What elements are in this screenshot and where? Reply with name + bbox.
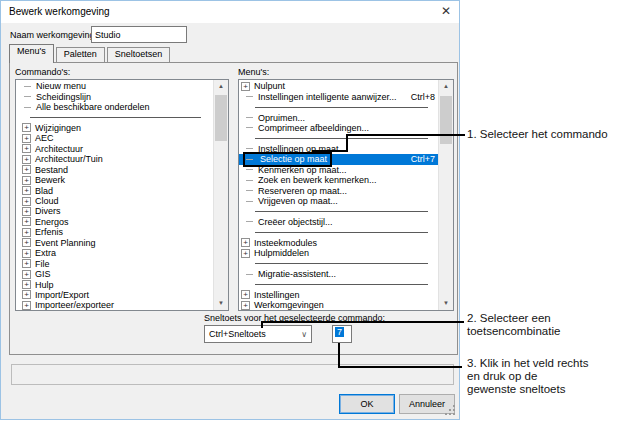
shortcut-type-dropdown[interactable]: Ctrl+Sneltoets ∨ xyxy=(204,325,312,343)
separator-line xyxy=(255,138,428,139)
menu-item[interactable]: Reserveren op maat... xyxy=(239,185,438,195)
command-item[interactable]: Nieuw menu xyxy=(16,81,213,91)
scroll-up-icon[interactable]: ▲ xyxy=(214,80,228,93)
menu-item[interactable]: Migratie-assistent... xyxy=(239,269,438,279)
expand-plus-icon[interactable]: + xyxy=(22,186,31,195)
command-item[interactable]: +Import/Export xyxy=(16,290,213,300)
menu-item[interactable]: +Insteekmodules xyxy=(239,238,438,248)
annotation-line-3 xyxy=(338,366,462,368)
expand-plus-icon[interactable]: + xyxy=(22,249,31,258)
menus-scrollbar[interactable]: ▲ ▼ xyxy=(438,80,453,310)
command-item[interactable]: +Architectuur/Tuin xyxy=(16,154,213,164)
annotation-step-1: 1. Selecteer het commando xyxy=(467,128,608,141)
expand-plus-icon[interactable]: + xyxy=(22,270,31,279)
menus-listbox[interactable]: +NulpuntInstellingen intelligente aanwij… xyxy=(238,79,454,311)
menu-item[interactable]: Creëer objectstijl... xyxy=(239,217,438,227)
item-label: AEC xyxy=(35,133,54,143)
expand-plus-icon[interactable]: + xyxy=(22,228,31,237)
tree-branch-icon xyxy=(246,148,253,149)
expand-plus-icon[interactable]: + xyxy=(22,290,31,299)
menu-item[interactable]: Selectie op maatCtrl+7 xyxy=(239,154,438,164)
scrollbar-thumb[interactable] xyxy=(215,95,227,141)
command-item[interactable]: +Erfenis xyxy=(16,227,213,237)
menu-item[interactable]: Instellingen intelligente aanwijzer...Ct… xyxy=(239,91,438,101)
expand-plus-icon[interactable]: + xyxy=(22,259,31,268)
expand-plus-icon[interactable]: + xyxy=(22,144,31,153)
menu-item[interactable]: Vrijgeven op maat... xyxy=(239,196,438,206)
expand-plus-icon[interactable]: + xyxy=(241,82,250,91)
annotation-line-1 xyxy=(346,134,465,136)
command-item[interactable]: +AEC xyxy=(16,133,213,143)
scroll-down-icon[interactable]: ▼ xyxy=(439,297,453,310)
commands-rows: Nieuw menuScheidingslijnAlle beschikbare… xyxy=(16,80,213,310)
command-item[interactable]: +File xyxy=(16,258,213,268)
close-icon[interactable]: ✕ xyxy=(441,4,451,18)
menu-item[interactable]: Opruimen... xyxy=(239,112,438,122)
command-item[interactable]: +Divers xyxy=(16,206,213,216)
item-label: Energos xyxy=(35,217,69,227)
shortcut-type-value: Ctrl+Sneltoets xyxy=(209,329,266,339)
item-label: Reserveren op maat... xyxy=(258,186,347,196)
expand-plus-icon[interactable]: + xyxy=(22,176,31,185)
item-label: Nulpunt xyxy=(254,81,285,91)
name-werkomgeving-input[interactable] xyxy=(91,26,187,43)
expand-plus-icon[interactable]: + xyxy=(241,290,250,299)
item-label: Divers xyxy=(35,206,61,216)
command-item[interactable]: +Architectuur xyxy=(16,144,213,154)
command-item[interactable]: +Blad xyxy=(16,185,213,195)
menu-item[interactable]: +Hulpmiddelen xyxy=(239,248,438,258)
commands-listbox[interactable]: Nieuw menuScheidingslijnAlle beschikbare… xyxy=(15,79,229,311)
scroll-down-icon[interactable]: ▼ xyxy=(214,297,228,310)
command-item[interactable]: +Extra xyxy=(16,248,213,258)
command-item[interactable]: +Bewerk xyxy=(16,175,213,185)
cancel-button[interactable]: Annuleer xyxy=(399,394,455,414)
tab-menus[interactable]: Menu's xyxy=(9,44,54,63)
menu-item[interactable]: Zoek en bewerk kenmerken... xyxy=(239,175,438,185)
tree-branch-icon xyxy=(246,221,253,222)
expand-plus-icon[interactable]: + xyxy=(22,165,31,174)
expand-plus-icon[interactable]: + xyxy=(22,197,31,206)
expand-plus-icon[interactable]: + xyxy=(22,207,31,216)
expand-plus-icon[interactable]: + xyxy=(241,238,250,247)
expand-plus-icon[interactable]: + xyxy=(22,134,31,143)
title-bar[interactable]: Bewerk werkomgeving ✕ xyxy=(1,1,459,23)
command-item[interactable]: +Event Planning xyxy=(16,238,213,248)
expand-plus-icon[interactable]: + xyxy=(22,238,31,247)
ok-button[interactable]: OK xyxy=(339,394,395,414)
commands-scrollbar[interactable]: ▲ ▼ xyxy=(213,80,228,310)
expand-plus-icon[interactable]: + xyxy=(22,155,31,164)
menu-item[interactable]: +Nulpunt xyxy=(239,81,438,91)
item-label: Alle beschikbare onderdelen xyxy=(36,102,150,112)
command-item[interactable]: +Bestand xyxy=(16,165,213,175)
item-label: Bestand xyxy=(35,165,68,175)
expand-plus-icon[interactable]: + xyxy=(22,280,31,289)
expand-plus-icon[interactable]: + xyxy=(22,123,31,132)
menu-item[interactable]: Comprimeer afbeeldingen... xyxy=(239,123,438,133)
dialog-bewerk-werkomgeving: Bewerk werkomgeving ✕ Naam werkomgeving:… xyxy=(0,0,460,420)
command-item[interactable]: Scheidingslijn xyxy=(16,91,213,101)
selected-command-callout-box: Selectie op maat xyxy=(243,152,332,167)
command-item[interactable]: +Energos xyxy=(16,217,213,227)
menu-item[interactable]: +Instellingen xyxy=(239,290,438,300)
item-label: Erfenis xyxy=(35,227,63,237)
expand-plus-icon[interactable]: + xyxy=(241,249,250,258)
menu-item[interactable]: +Werkomgevingen xyxy=(239,300,438,310)
dialog-title: Bewerk werkomgeving xyxy=(9,6,110,17)
command-item[interactable]: +Wijzigingen xyxy=(16,123,213,133)
command-item[interactable]: +Cloud xyxy=(16,196,213,206)
expand-plus-icon[interactable]: + xyxy=(22,217,31,226)
scroll-up-icon[interactable]: ▲ xyxy=(439,80,453,93)
tab-sneltoetsen[interactable]: Sneltoetsen xyxy=(107,47,171,63)
scrollbar-thumb[interactable] xyxy=(440,96,452,144)
expand-plus-icon[interactable]: + xyxy=(22,301,31,310)
command-item[interactable]: +GIS xyxy=(16,269,213,279)
shortcut-key-field[interactable]: 7 xyxy=(332,325,352,343)
command-item[interactable]: Alle beschikbare onderdelen xyxy=(16,102,213,112)
item-label: Migratie-assistent... xyxy=(258,269,336,279)
command-item[interactable]: +Hulp xyxy=(16,279,213,289)
resize-grip[interactable] xyxy=(453,413,455,415)
tab-paletten[interactable]: Paletten xyxy=(56,47,105,63)
tree-branch-icon xyxy=(246,117,253,118)
expand-plus-icon[interactable]: + xyxy=(241,301,250,310)
command-item[interactable]: +Importeer/exporteer xyxy=(16,300,213,310)
